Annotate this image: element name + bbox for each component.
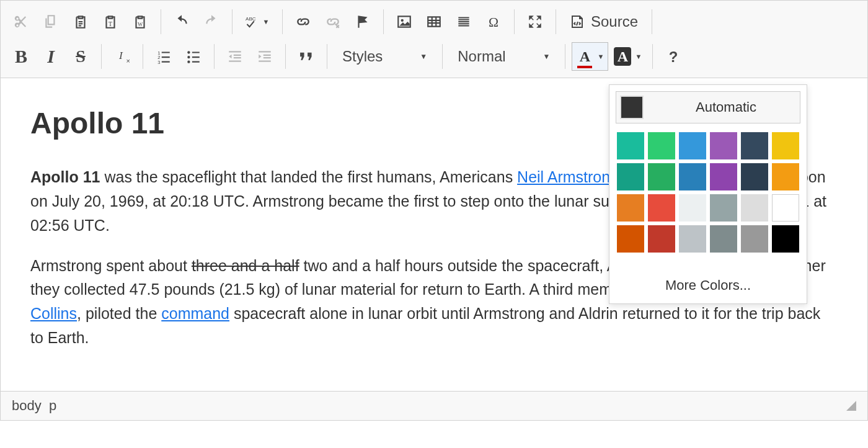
color-swatch[interactable] <box>617 225 644 253</box>
color-swatch[interactable] <box>741 163 768 190</box>
horizontal-rule-button[interactable] <box>450 7 478 36</box>
format-combo[interactable]: Normal ▼ <box>449 42 559 71</box>
cut-button[interactable] <box>7 7 35 36</box>
color-swatch[interactable] <box>710 132 737 159</box>
color-swatch[interactable] <box>772 163 799 190</box>
bullet-list-button[interactable] <box>179 42 208 71</box>
svg-text:W: W <box>138 21 143 27</box>
color-swatch[interactable] <box>617 163 644 190</box>
path-body[interactable]: body <box>12 398 42 413</box>
text-color-panel: Automatic More Colors... <box>609 84 807 304</box>
color-swatch[interactable] <box>710 194 737 222</box>
maximize-icon <box>527 14 543 30</box>
color-swatch[interactable] <box>772 132 799 159</box>
color-swatch[interactable] <box>679 225 706 253</box>
link-command[interactable]: command <box>161 305 229 322</box>
anchor-button[interactable] <box>348 7 377 36</box>
spellcheck-button[interactable]: ABC ▼ <box>239 7 276 36</box>
color-swatch[interactable] <box>741 194 768 222</box>
omega-icon: Ω <box>485 14 502 30</box>
bold-button[interactable]: B <box>7 42 35 71</box>
paste-button[interactable] <box>66 7 95 36</box>
color-swatch[interactable] <box>772 194 799 222</box>
source-label: Source <box>591 13 638 30</box>
color-swatch[interactable] <box>648 194 675 222</box>
clipboard-w-icon: W <box>132 14 148 30</box>
element-path[interactable]: body p <box>12 398 56 414</box>
lines-icon <box>456 14 472 30</box>
styles-combo-label: Styles <box>342 48 383 65</box>
clipboard-icon <box>73 14 89 30</box>
indent-icon <box>257 48 273 65</box>
separator <box>282 9 283 34</box>
more-colors-button[interactable]: More Colors... <box>616 271 800 297</box>
background-color-button[interactable]: A ▼ <box>609 42 646 71</box>
styles-combo[interactable]: Styles ▼ <box>334 42 436 71</box>
toolbar-row-1: T W ABC ▼ <box>7 4 861 39</box>
outdent-icon <box>227 48 243 65</box>
link-neil-armstrong[interactable]: Neil Armstrong <box>517 168 619 186</box>
color-swatch[interactable] <box>741 225 768 253</box>
strikethrough-button[interactable]: S <box>66 42 95 71</box>
color-swatch[interactable] <box>710 163 737 190</box>
copy-button[interactable] <box>37 7 65 36</box>
table-icon <box>426 14 442 30</box>
color-swatch[interactable] <box>679 194 706 222</box>
source-button[interactable]: Source <box>562 7 645 36</box>
svg-text:ABC: ABC <box>246 16 256 22</box>
chevron-down-icon: ▼ <box>420 52 427 61</box>
automatic-swatch <box>620 96 644 119</box>
italic-button[interactable]: I <box>37 42 65 71</box>
ol-icon: 123 <box>156 48 172 65</box>
numbered-list-button[interactable]: 123 <box>149 42 178 71</box>
format-combo-label: Normal <box>458 48 505 65</box>
undo-icon <box>174 14 190 30</box>
special-char-button[interactable]: Ω <box>479 7 508 36</box>
toolbar-row-2: B I S I× 123 ❜❜ Sty <box>7 39 861 74</box>
color-swatch[interactable] <box>648 163 675 190</box>
redo-button[interactable] <box>197 7 226 36</box>
struck-text: three and a half <box>192 257 299 274</box>
paste-word-button[interactable]: W <box>126 7 154 36</box>
outdent-button[interactable] <box>221 42 249 71</box>
paste-text-button[interactable]: T <box>96 7 125 36</box>
source-icon <box>570 14 585 29</box>
maximize-button[interactable] <box>521 7 549 36</box>
text-color-button[interactable]: A ▼ <box>572 42 608 71</box>
svg-text:3: 3 <box>157 60 160 65</box>
redo-icon <box>203 14 219 30</box>
color-swatch[interactable] <box>617 194 644 222</box>
indent-button[interactable] <box>250 42 279 71</box>
image-icon <box>396 14 412 30</box>
separator <box>214 44 215 69</box>
flag-icon <box>355 14 371 30</box>
statusbar: body p <box>1 391 867 420</box>
undo-button[interactable] <box>167 7 196 36</box>
image-button[interactable] <box>390 7 418 36</box>
color-swatch[interactable] <box>710 225 737 253</box>
svg-text:?: ? <box>669 48 678 65</box>
automatic-color-button[interactable]: Automatic <box>616 91 800 123</box>
table-button[interactable] <box>420 7 448 36</box>
ul-icon <box>185 48 202 65</box>
about-button[interactable]: ? <box>659 42 688 71</box>
color-swatch[interactable] <box>617 132 644 159</box>
separator <box>101 44 102 69</box>
separator <box>161 9 161 34</box>
color-swatch[interactable] <box>648 132 675 159</box>
color-swatch[interactable] <box>648 225 675 253</box>
question-icon: ? <box>665 48 681 65</box>
separator <box>556 9 556 34</box>
color-swatch[interactable] <box>741 132 768 159</box>
path-p[interactable]: p <box>49 398 56 413</box>
link-button[interactable] <box>289 7 317 36</box>
spellcheck-icon: ABC <box>246 14 262 30</box>
resize-grip[interactable] <box>846 401 856 411</box>
remove-format-button[interactable]: I× <box>108 42 136 71</box>
color-swatch[interactable] <box>679 132 706 159</box>
blockquote-button[interactable]: ❜❜ <box>292 42 321 71</box>
unlink-button[interactable] <box>319 7 347 36</box>
unlink-icon <box>325 14 341 30</box>
color-swatch[interactable] <box>772 225 799 253</box>
color-swatch[interactable] <box>679 163 706 190</box>
